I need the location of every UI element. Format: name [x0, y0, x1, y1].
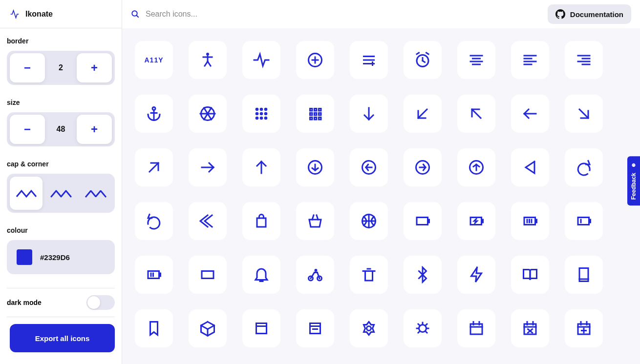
sidebar: Ikonate border − 2 + size − 48 + cap & c…	[0, 0, 122, 364]
icon-battery-low[interactable]	[565, 202, 603, 240]
svg-rect-111	[256, 324, 267, 334]
icon-arrow-right[interactable]	[189, 148, 227, 186]
size-stepper: − 48 +	[7, 112, 115, 146]
arrow-up-left-icon	[468, 105, 485, 122]
icon-basketball[interactable]	[350, 202, 388, 240]
icon-arrow-down-left[interactable]	[404, 95, 442, 133]
icon-aperture[interactable]	[189, 95, 227, 133]
dark-mode-toggle[interactable]	[86, 295, 115, 310]
cap-round-button[interactable]	[44, 177, 77, 210]
icon-battery-charging[interactable]	[457, 202, 495, 240]
aperture-icon	[199, 105, 216, 122]
previous-icon	[199, 212, 216, 230]
icon-calendar-x[interactable]	[511, 309, 549, 347]
icon-previous[interactable]	[189, 202, 227, 240]
icon-battery-alt[interactable]	[189, 256, 227, 294]
icon-arrow-up-right[interactable]	[135, 148, 173, 186]
icon-bookmark[interactable]	[135, 309, 173, 347]
back-icon	[521, 159, 539, 176]
svg-line-18	[417, 53, 419, 54]
icon-arrow-up[interactable]	[242, 148, 280, 186]
icon-book[interactable]	[565, 256, 603, 294]
icon-arrow-up-left[interactable]	[457, 95, 495, 133]
icon-calendar[interactable]	[457, 309, 495, 347]
svg-line-121	[418, 324, 420, 325]
cap-miter-button[interactable]	[10, 177, 43, 210]
border-decrease-button[interactable]: −	[10, 53, 45, 82]
bookmark-icon	[145, 320, 163, 337]
icon-align-right[interactable]	[565, 41, 603, 79]
icon-box-alt[interactable]	[242, 309, 280, 347]
icon-battery-medium[interactable]	[135, 256, 173, 294]
svg-rect-95	[202, 271, 213, 279]
icon-bin[interactable]	[350, 256, 388, 294]
activity-icon	[10, 9, 20, 19]
icon-bluetooth[interactable]	[404, 256, 442, 294]
icon-add-circle[interactable]	[296, 41, 334, 79]
undo-icon	[575, 159, 593, 176]
colour-control: colour #2329D6	[7, 226, 115, 274]
svg-point-45	[256, 117, 258, 119]
icon-arrow-left[interactable]	[511, 95, 549, 133]
icon-add-to-list[interactable]	[350, 41, 388, 79]
svg-rect-51	[310, 113, 313, 116]
cap-bevel-button[interactable]	[79, 177, 112, 210]
icon-grid: A11Y	[122, 28, 640, 364]
icon-undo[interactable]	[565, 148, 603, 186]
align-right-icon	[575, 51, 593, 69]
icon-align-left[interactable]	[511, 41, 549, 79]
icon-a11y[interactable]: A11Y	[135, 41, 173, 79]
book-icon	[575, 266, 593, 283]
icon-arrow-right-circle[interactable]	[404, 148, 442, 186]
icon-align-center[interactable]	[457, 41, 495, 79]
icon-brightness[interactable]	[350, 309, 388, 347]
icon-arrow-down-right[interactable]	[565, 95, 603, 133]
battery-low-icon	[575, 212, 593, 230]
border-increase-button[interactable]: +	[77, 53, 112, 82]
icon-bolt[interactable]	[457, 256, 495, 294]
icon-anchor[interactable]	[135, 95, 173, 133]
icon-battery[interactable]	[404, 202, 442, 240]
svg-point-44	[265, 113, 267, 115]
svg-rect-125	[470, 324, 482, 334]
search	[131, 10, 548, 19]
icon-activity[interactable]	[242, 41, 280, 79]
icon-box-alt2[interactable]	[296, 309, 334, 347]
icon-apps-alt[interactable]	[296, 95, 334, 133]
feedback-tab[interactable]: Feedback ☻	[627, 156, 640, 205]
icon-apps[interactable]	[242, 95, 280, 133]
colour-picker[interactable]: #2329D6	[7, 240, 115, 274]
icon-arrow-down[interactable]	[350, 95, 388, 133]
icon-accessibility-human[interactable]	[189, 41, 227, 79]
icon-back[interactable]	[511, 148, 549, 186]
svg-line-59	[472, 109, 481, 118]
icon-bag[interactable]	[242, 202, 280, 240]
icon-bug[interactable]	[404, 309, 442, 347]
icon-calendar-add[interactable]	[565, 309, 603, 347]
export-all-button[interactable]: Export all icons	[10, 324, 115, 352]
icon-basket[interactable]	[296, 202, 334, 240]
icon-arrow-left-circle[interactable]	[350, 148, 388, 186]
box-alt-icon	[253, 320, 270, 337]
svg-line-19	[427, 53, 429, 54]
icon-box[interactable]	[189, 309, 227, 347]
size-decrease-button[interactable]: −	[10, 115, 45, 144]
svg-line-122	[426, 324, 427, 325]
icon-arrow-down-circle[interactable]	[296, 148, 334, 186]
svg-point-102	[315, 270, 317, 271]
documentation-button[interactable]: Documentation	[548, 4, 631, 24]
icon-battery-full[interactable]	[511, 202, 549, 240]
icon-bike[interactable]	[296, 256, 334, 294]
search-input[interactable]	[146, 10, 292, 19]
icon-book-open[interactable]	[511, 256, 549, 294]
svg-rect-73	[257, 218, 266, 227]
svg-rect-88	[578, 218, 589, 225]
svg-line-109	[208, 325, 214, 329]
size-increase-button[interactable]: +	[77, 115, 112, 144]
icon-bell[interactable]	[242, 256, 280, 294]
box-icon	[199, 320, 216, 337]
icon-redo[interactable]	[135, 202, 173, 240]
icon-alarm[interactable]	[404, 41, 442, 79]
icon-arrow-up-circle[interactable]	[457, 148, 495, 186]
battery-charging-icon	[468, 212, 485, 230]
